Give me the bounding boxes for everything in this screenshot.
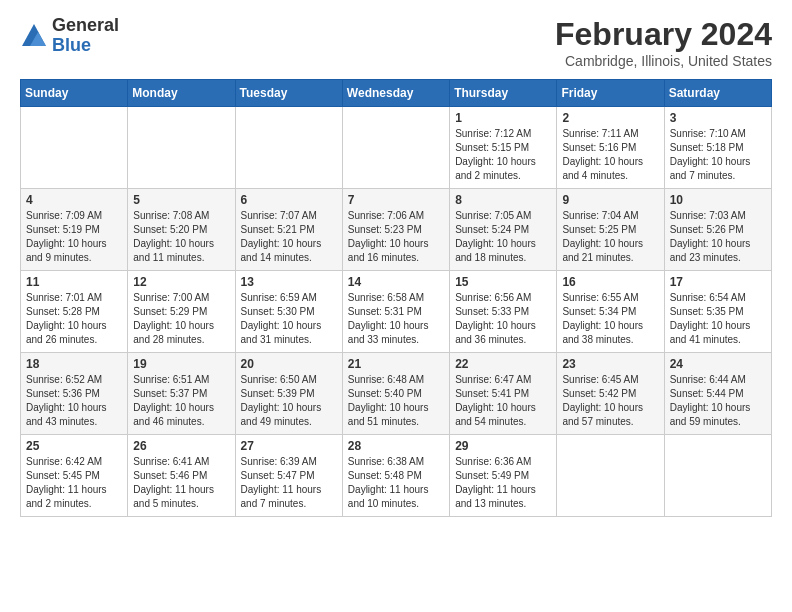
day-number: 8 [455, 193, 551, 207]
day-cell: 27Sunrise: 6:39 AM Sunset: 5:47 PM Dayli… [235, 435, 342, 517]
day-info: Sunrise: 6:42 AM Sunset: 5:45 PM Dayligh… [26, 455, 122, 511]
logo-icon [20, 22, 48, 50]
day-cell [21, 107, 128, 189]
week-row-4: 25Sunrise: 6:42 AM Sunset: 5:45 PM Dayli… [21, 435, 772, 517]
day-cell: 16Sunrise: 6:55 AM Sunset: 5:34 PM Dayli… [557, 271, 664, 353]
day-cell: 17Sunrise: 6:54 AM Sunset: 5:35 PM Dayli… [664, 271, 771, 353]
day-cell: 9Sunrise: 7:04 AM Sunset: 5:25 PM Daylig… [557, 189, 664, 271]
day-number: 26 [133, 439, 229, 453]
day-number: 5 [133, 193, 229, 207]
day-header-friday: Friday [557, 80, 664, 107]
day-info: Sunrise: 6:52 AM Sunset: 5:36 PM Dayligh… [26, 373, 122, 429]
day-cell: 28Sunrise: 6:38 AM Sunset: 5:48 PM Dayli… [342, 435, 449, 517]
day-cell: 29Sunrise: 6:36 AM Sunset: 5:49 PM Dayli… [450, 435, 557, 517]
day-cell: 8Sunrise: 7:05 AM Sunset: 5:24 PM Daylig… [450, 189, 557, 271]
day-cell: 13Sunrise: 6:59 AM Sunset: 5:30 PM Dayli… [235, 271, 342, 353]
day-info: Sunrise: 6:56 AM Sunset: 5:33 PM Dayligh… [455, 291, 551, 347]
day-info: Sunrise: 7:01 AM Sunset: 5:28 PM Dayligh… [26, 291, 122, 347]
day-number: 29 [455, 439, 551, 453]
day-cell: 10Sunrise: 7:03 AM Sunset: 5:26 PM Dayli… [664, 189, 771, 271]
day-cell: 2Sunrise: 7:11 AM Sunset: 5:16 PM Daylig… [557, 107, 664, 189]
day-cell: 15Sunrise: 6:56 AM Sunset: 5:33 PM Dayli… [450, 271, 557, 353]
day-number: 3 [670, 111, 766, 125]
day-info: Sunrise: 7:11 AM Sunset: 5:16 PM Dayligh… [562, 127, 658, 183]
day-info: Sunrise: 7:04 AM Sunset: 5:25 PM Dayligh… [562, 209, 658, 265]
day-cell [664, 435, 771, 517]
day-number: 1 [455, 111, 551, 125]
day-info: Sunrise: 7:10 AM Sunset: 5:18 PM Dayligh… [670, 127, 766, 183]
day-cell [128, 107, 235, 189]
day-cell: 6Sunrise: 7:07 AM Sunset: 5:21 PM Daylig… [235, 189, 342, 271]
day-cell: 26Sunrise: 6:41 AM Sunset: 5:46 PM Dayli… [128, 435, 235, 517]
day-info: Sunrise: 6:58 AM Sunset: 5:31 PM Dayligh… [348, 291, 444, 347]
day-info: Sunrise: 6:36 AM Sunset: 5:49 PM Dayligh… [455, 455, 551, 511]
day-info: Sunrise: 7:08 AM Sunset: 5:20 PM Dayligh… [133, 209, 229, 265]
header-row: SundayMondayTuesdayWednesdayThursdayFrid… [21, 80, 772, 107]
day-cell: 5Sunrise: 7:08 AM Sunset: 5:20 PM Daylig… [128, 189, 235, 271]
day-number: 21 [348, 357, 444, 371]
day-cell: 14Sunrise: 6:58 AM Sunset: 5:31 PM Dayli… [342, 271, 449, 353]
day-cell: 7Sunrise: 7:06 AM Sunset: 5:23 PM Daylig… [342, 189, 449, 271]
day-info: Sunrise: 6:39 AM Sunset: 5:47 PM Dayligh… [241, 455, 337, 511]
logo: General Blue [20, 16, 119, 56]
day-info: Sunrise: 6:55 AM Sunset: 5:34 PM Dayligh… [562, 291, 658, 347]
week-row-0: 1Sunrise: 7:12 AM Sunset: 5:15 PM Daylig… [21, 107, 772, 189]
day-cell: 24Sunrise: 6:44 AM Sunset: 5:44 PM Dayli… [664, 353, 771, 435]
week-row-3: 18Sunrise: 6:52 AM Sunset: 5:36 PM Dayli… [21, 353, 772, 435]
day-info: Sunrise: 7:05 AM Sunset: 5:24 PM Dayligh… [455, 209, 551, 265]
logo-general-text: General [52, 16, 119, 36]
day-header-tuesday: Tuesday [235, 80, 342, 107]
day-header-saturday: Saturday [664, 80, 771, 107]
day-info: Sunrise: 6:51 AM Sunset: 5:37 PM Dayligh… [133, 373, 229, 429]
week-row-2: 11Sunrise: 7:01 AM Sunset: 5:28 PM Dayli… [21, 271, 772, 353]
day-number: 24 [670, 357, 766, 371]
day-number: 28 [348, 439, 444, 453]
day-number: 12 [133, 275, 229, 289]
day-cell: 23Sunrise: 6:45 AM Sunset: 5:42 PM Dayli… [557, 353, 664, 435]
day-info: Sunrise: 7:06 AM Sunset: 5:23 PM Dayligh… [348, 209, 444, 265]
day-cell: 18Sunrise: 6:52 AM Sunset: 5:36 PM Dayli… [21, 353, 128, 435]
day-header-sunday: Sunday [21, 80, 128, 107]
day-cell: 21Sunrise: 6:48 AM Sunset: 5:40 PM Dayli… [342, 353, 449, 435]
day-cell: 19Sunrise: 6:51 AM Sunset: 5:37 PM Dayli… [128, 353, 235, 435]
day-cell: 20Sunrise: 6:50 AM Sunset: 5:39 PM Dayli… [235, 353, 342, 435]
day-cell [342, 107, 449, 189]
day-cell: 11Sunrise: 7:01 AM Sunset: 5:28 PM Dayli… [21, 271, 128, 353]
day-info: Sunrise: 6:45 AM Sunset: 5:42 PM Dayligh… [562, 373, 658, 429]
day-number: 22 [455, 357, 551, 371]
day-info: Sunrise: 6:50 AM Sunset: 5:39 PM Dayligh… [241, 373, 337, 429]
day-number: 23 [562, 357, 658, 371]
day-number: 20 [241, 357, 337, 371]
day-cell: 25Sunrise: 6:42 AM Sunset: 5:45 PM Dayli… [21, 435, 128, 517]
day-info: Sunrise: 6:44 AM Sunset: 5:44 PM Dayligh… [670, 373, 766, 429]
day-info: Sunrise: 7:12 AM Sunset: 5:15 PM Dayligh… [455, 127, 551, 183]
day-number: 11 [26, 275, 122, 289]
day-number: 25 [26, 439, 122, 453]
day-info: Sunrise: 7:00 AM Sunset: 5:29 PM Dayligh… [133, 291, 229, 347]
day-info: Sunrise: 6:41 AM Sunset: 5:46 PM Dayligh… [133, 455, 229, 511]
header: General Blue February 2024 Cambridge, Il… [20, 16, 772, 69]
logo-text: General Blue [52, 16, 119, 56]
day-number: 18 [26, 357, 122, 371]
day-number: 15 [455, 275, 551, 289]
day-info: Sunrise: 6:54 AM Sunset: 5:35 PM Dayligh… [670, 291, 766, 347]
month-title: February 2024 [555, 16, 772, 53]
day-number: 10 [670, 193, 766, 207]
day-number: 13 [241, 275, 337, 289]
day-header-monday: Monday [128, 80, 235, 107]
day-header-wednesday: Wednesday [342, 80, 449, 107]
day-info: Sunrise: 6:59 AM Sunset: 5:30 PM Dayligh… [241, 291, 337, 347]
day-number: 2 [562, 111, 658, 125]
day-info: Sunrise: 7:07 AM Sunset: 5:21 PM Dayligh… [241, 209, 337, 265]
day-number: 7 [348, 193, 444, 207]
day-cell: 1Sunrise: 7:12 AM Sunset: 5:15 PM Daylig… [450, 107, 557, 189]
day-number: 14 [348, 275, 444, 289]
day-info: Sunrise: 6:47 AM Sunset: 5:41 PM Dayligh… [455, 373, 551, 429]
logo-blue-text: Blue [52, 36, 119, 56]
day-number: 27 [241, 439, 337, 453]
day-number: 16 [562, 275, 658, 289]
day-number: 6 [241, 193, 337, 207]
day-cell: 22Sunrise: 6:47 AM Sunset: 5:41 PM Dayli… [450, 353, 557, 435]
day-cell [557, 435, 664, 517]
day-info: Sunrise: 6:38 AM Sunset: 5:48 PM Dayligh… [348, 455, 444, 511]
